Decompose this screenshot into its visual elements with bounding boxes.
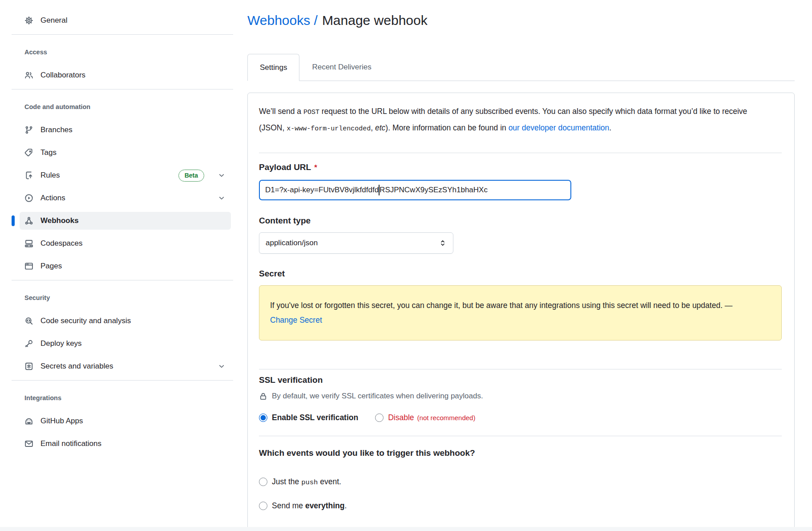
webhook-settings-panel: We’ll send a POST request to the URL bel…: [247, 93, 795, 531]
secret-label: Secret: [259, 268, 782, 279]
sidebar-item-label: Webhooks: [40, 216, 79, 225]
sidebar-item-codespaces[interactable]: Codespaces: [20, 235, 231, 252]
sidebar-item-github-apps[interactable]: GitHub Apps: [20, 412, 231, 430]
section-divider: [259, 369, 782, 369]
sidebar-item-label: Secrets and variables: [40, 362, 113, 371]
disable-ssl-note: (not recommended): [417, 414, 476, 422]
sidebar-divider: [12, 89, 233, 89]
chevron-down-icon[interactable]: [218, 171, 226, 179]
sidebar-item-secrets-and-variables[interactable]: Secrets and variables: [20, 357, 231, 375]
developer-documentation-link[interactable]: our developer documentation: [509, 123, 610, 132]
enable-ssl-label: Enable SSL verification: [272, 413, 358, 422]
payload-url-label-text: Payload URL: [259, 162, 311, 173]
sidebar-item-branches[interactable]: Branches: [20, 121, 231, 139]
events-heading: Which events would you like to trigger t…: [259, 448, 782, 458]
secret-warning-text: If you've lost or forgotten this secret,…: [270, 298, 762, 328]
webhook-icon: [24, 216, 33, 225]
send-everything-label: Send me everything.: [272, 501, 347, 511]
event-option-just-push: Just the push event.: [259, 477, 782, 486]
disable-ssl-label: Disable: [388, 413, 414, 422]
mail-icon: [24, 439, 33, 448]
sidebar-item-label: Collaborators: [40, 71, 85, 80]
sidebar-item-label: Pages: [40, 262, 62, 271]
sidebar-divider: [12, 34, 233, 35]
codespaces-icon: [24, 239, 33, 248]
content-type-select[interactable]: application/json: [259, 232, 453, 254]
sidebar-item-label: Rules: [40, 171, 60, 180]
main-content: Webhooks /Manage webhook Settings Recent…: [236, 0, 812, 531]
repo-settings-page: General Access Collaborators Code and au…: [0, 0, 812, 531]
sidebar-item-label: Code security and analysis: [40, 316, 131, 325]
tab-settings[interactable]: Settings: [247, 54, 299, 81]
content-type-selected-value: application/json: [266, 239, 318, 247]
just-push-label: Just the push event.: [272, 477, 341, 486]
enable-ssl-radio[interactable]: [259, 413, 267, 422]
sidebar-section-security-title: Security: [24, 294, 236, 302]
intro-etc: etc: [375, 123, 385, 132]
chevron-down-icon[interactable]: [218, 362, 226, 370]
breadcrumb-webhooks-link[interactable]: Webhooks /: [247, 13, 318, 28]
just-push-label-text: Just the: [272, 477, 301, 486]
sidebar-item-label: GitHub Apps: [40, 417, 83, 426]
sidebar-item-label: Actions: [40, 194, 65, 203]
viewport-bottom-strip: [0, 527, 812, 531]
just-push-radio[interactable]: [259, 478, 267, 486]
tab-recent-deliveries[interactable]: Recent Deliveries: [299, 54, 384, 81]
payload-url-value: RSJPNCwX9ySEzSYh1bhaHXc: [380, 186, 488, 195]
sidebar-item-email-notifications[interactable]: Email notifications: [20, 435, 231, 453]
sidebar-item-general[interactable]: General: [20, 12, 231, 29]
sidebar-item-pages[interactable]: Pages: [20, 257, 231, 275]
required-asterisk: *: [314, 162, 317, 173]
sidebar-item-label: General: [40, 16, 67, 25]
sidebar-section-code-title: Code and automation: [24, 103, 236, 111]
sidebar-item-tags[interactable]: Tags: [20, 144, 231, 162]
sidebar-section-integrations-title: Integrations: [24, 394, 236, 402]
sidebar-item-label: Deploy keys: [40, 339, 82, 348]
sidebar-item-webhooks[interactable]: Webhooks: [20, 212, 231, 230]
ssl-verification-heading: SSL verification: [259, 375, 782, 385]
sidebar-item-code-security[interactable]: Code security and analysis: [20, 312, 231, 330]
secret-warning-box: If you've lost or forgotten this secret,…: [259, 285, 782, 340]
payload-url-label: Payload URL *: [259, 162, 782, 173]
app-robot-icon: [24, 417, 33, 426]
payload-url-input[interactable]: D1=?x-api-key=FUtvBV8vjlkfdfdfdRSJPNCwX9…: [259, 180, 571, 200]
sidebar-divider: [12, 380, 233, 381]
gear-icon: [24, 16, 33, 25]
sidebar-item-rules[interactable]: Rules Beta: [20, 166, 231, 184]
just-push-label-text: event.: [318, 477, 341, 486]
beta-badge: Beta: [178, 170, 204, 182]
sidebar-item-collaborators[interactable]: Collaborators: [20, 66, 231, 84]
key-icon: [24, 339, 33, 348]
intro-text: ). More information can be found in: [385, 123, 508, 132]
sidebar-item-actions[interactable]: Actions: [20, 189, 231, 207]
change-secret-link[interactable]: Change Secret: [270, 316, 322, 324]
ssl-note: By default, we verify SSL certificates w…: [259, 392, 782, 401]
browser-icon: [24, 262, 33, 271]
payload-url-value: D1=?x-api-key=FUtvBV8vjlkfdfdfd: [265, 186, 379, 195]
send-everything-radio[interactable]: [259, 502, 267, 510]
post-code: POST: [303, 109, 319, 116]
ssl-radio-group: Enable SSL verification Disable (not rec…: [259, 413, 782, 422]
chevron-down-icon[interactable]: [218, 194, 226, 202]
secret-warning-body: If you've lost or forgotten this secret,…: [270, 301, 732, 310]
sidebar-item-label: Branches: [40, 126, 73, 134]
asterisk-box-icon: [24, 362, 33, 371]
sidebar-item-label: Tags: [40, 148, 57, 157]
page-title: Webhooks /Manage webhook: [247, 12, 795, 29]
intro-text: .: [609, 123, 611, 132]
section-divider: [259, 436, 782, 436]
content-type-label: Content type: [259, 215, 782, 226]
codescan-icon: [24, 316, 33, 325]
webhook-tabnav: Settings Recent Deliveries: [247, 54, 795, 81]
sidebar-section-access-title: Access: [24, 48, 236, 56]
sidebar-item-deploy-keys[interactable]: Deploy keys: [20, 335, 231, 353]
sidebar-divider: [12, 280, 233, 280]
tag-icon: [24, 148, 33, 157]
urlencoded-code: x-www-form-urlencoded: [287, 125, 371, 133]
disable-ssl-radio[interactable]: [375, 413, 384, 422]
intro-text: We’ll send a: [259, 107, 303, 116]
rules-icon: [24, 171, 33, 180]
settings-sidebar: General Access Collaborators Code and au…: [0, 0, 236, 531]
lock-icon: [259, 392, 267, 401]
ssl-note-text: By default, we verify SSL certificates w…: [272, 392, 483, 401]
